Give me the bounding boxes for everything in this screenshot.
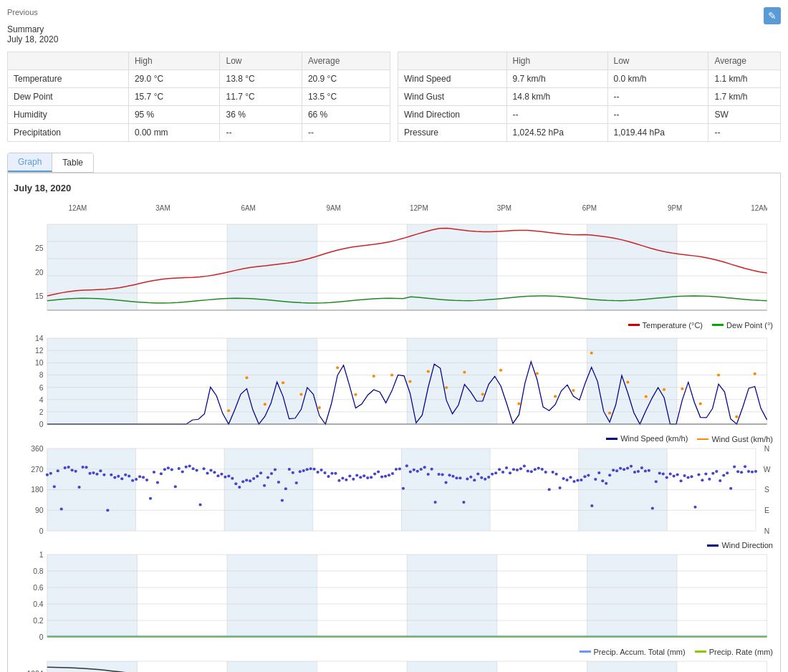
svg-text:0.8: 0.8 bbox=[33, 567, 44, 575]
svg-point-168 bbox=[174, 485, 177, 488]
svg-point-145 bbox=[92, 471, 95, 474]
graph-tab[interactable]: Graph bbox=[8, 153, 52, 172]
temp-legend-color bbox=[628, 324, 640, 326]
svg-point-280 bbox=[572, 479, 575, 482]
svg-rect-364 bbox=[137, 661, 227, 673]
svg-point-213 bbox=[334, 471, 337, 474]
svg-point-83 bbox=[481, 393, 484, 395]
svg-rect-10 bbox=[137, 224, 227, 310]
col-header-low-left: Low bbox=[220, 52, 302, 70]
svg-point-170 bbox=[181, 470, 184, 473]
svg-point-290 bbox=[608, 474, 611, 476]
svg-point-159 bbox=[142, 476, 145, 479]
svg-rect-9 bbox=[47, 224, 138, 310]
wind-dir-legend-color bbox=[707, 544, 719, 547]
svg-point-154 bbox=[124, 473, 127, 476]
svg-point-241 bbox=[434, 501, 437, 504]
svg-rect-336 bbox=[407, 555, 497, 637]
svg-point-197 bbox=[277, 480, 280, 483]
svg-point-161 bbox=[149, 496, 152, 499]
svg-point-218 bbox=[352, 477, 355, 480]
svg-point-88 bbox=[572, 389, 575, 392]
svg-text:12: 12 bbox=[35, 347, 44, 355]
svg-point-287 bbox=[597, 471, 600, 474]
svg-point-235 bbox=[413, 468, 415, 471]
svg-point-305 bbox=[662, 472, 665, 475]
svg-point-288 bbox=[601, 479, 604, 482]
svg-point-189 bbox=[249, 479, 251, 482]
svg-point-222 bbox=[366, 476, 369, 479]
svg-point-196 bbox=[274, 468, 277, 471]
svg-rect-335 bbox=[317, 555, 408, 637]
svg-point-78 bbox=[390, 373, 393, 376]
table-tab[interactable]: Table bbox=[52, 153, 93, 172]
svg-text:3PM: 3PM bbox=[497, 204, 511, 212]
svg-point-311 bbox=[683, 474, 686, 476]
svg-point-169 bbox=[178, 467, 181, 470]
header: ✎ Previous Summary July 18, 2020 bbox=[7, 7, 781, 44]
svg-point-79 bbox=[408, 380, 411, 383]
svg-rect-39 bbox=[317, 338, 408, 424]
svg-point-152 bbox=[117, 474, 120, 477]
precip-chart: 10.80.60.40.20 bbox=[14, 551, 774, 644]
svg-point-299 bbox=[640, 466, 643, 469]
svg-point-223 bbox=[370, 476, 373, 479]
svg-point-233 bbox=[405, 464, 408, 467]
wind-dir-chart: 360N270W180S90E0N bbox=[14, 445, 774, 538]
svg-point-148 bbox=[102, 473, 105, 476]
temp-chart-container: 252015 Temperature (°C) Dew Point (°) bbox=[14, 217, 774, 331]
svg-point-82 bbox=[463, 370, 466, 373]
svg-point-72 bbox=[282, 381, 284, 384]
svg-point-85 bbox=[517, 402, 520, 405]
wind-dir-legend: Wind Direction bbox=[14, 538, 774, 552]
svg-point-275 bbox=[555, 472, 558, 475]
svg-point-319 bbox=[711, 471, 714, 474]
svg-point-282 bbox=[580, 478, 582, 481]
svg-text:E: E bbox=[764, 507, 769, 514]
precip-total-legend-color bbox=[580, 651, 591, 653]
svg-point-297 bbox=[633, 470, 636, 473]
edit-button[interactable]: ✎ bbox=[764, 7, 781, 24]
svg-point-216 bbox=[345, 478, 347, 481]
svg-point-239 bbox=[427, 472, 430, 475]
svg-rect-334 bbox=[227, 555, 317, 637]
svg-point-314 bbox=[693, 505, 696, 508]
svg-text:9PM: 9PM bbox=[668, 204, 682, 212]
svg-rect-40 bbox=[407, 338, 497, 424]
svg-text:0.2: 0.2 bbox=[33, 617, 44, 625]
svg-rect-38 bbox=[227, 338, 317, 424]
svg-text:W: W bbox=[764, 465, 771, 473]
summary-table-right: High Low Average Wind Speed9.7 km/h0.0 k… bbox=[398, 52, 781, 142]
svg-rect-367 bbox=[407, 661, 497, 673]
svg-point-250 bbox=[466, 477, 469, 480]
svg-rect-332 bbox=[47, 555, 138, 637]
svg-point-277 bbox=[562, 477, 564, 480]
svg-point-315 bbox=[697, 473, 700, 476]
svg-point-136 bbox=[60, 507, 63, 510]
svg-point-198 bbox=[281, 499, 284, 501]
svg-point-246 bbox=[451, 474, 454, 477]
wind-speed-chart: 14121086420 bbox=[14, 331, 774, 431]
svg-point-331 bbox=[754, 469, 757, 472]
svg-point-244 bbox=[444, 481, 447, 484]
svg-point-308 bbox=[673, 474, 676, 477]
svg-rect-339 bbox=[677, 555, 767, 637]
svg-point-289 bbox=[605, 481, 607, 484]
svg-rect-370 bbox=[677, 661, 767, 673]
svg-text:0: 0 bbox=[39, 527, 44, 535]
svg-point-259 bbox=[498, 468, 501, 471]
svg-point-256 bbox=[487, 475, 490, 478]
previous-link[interactable]: Previous bbox=[7, 7, 781, 17]
svg-point-291 bbox=[612, 469, 615, 471]
svg-point-191 bbox=[256, 474, 259, 477]
precip-total-legend-label: Precip. Accum. Total (mm) bbox=[594, 648, 686, 656]
svg-text:3AM: 3AM bbox=[155, 204, 170, 212]
svg-point-242 bbox=[438, 472, 441, 475]
svg-point-302 bbox=[651, 507, 654, 509]
svg-point-283 bbox=[583, 475, 586, 478]
svg-point-310 bbox=[680, 479, 683, 482]
svg-point-81 bbox=[445, 385, 448, 388]
svg-point-73 bbox=[299, 393, 302, 395]
svg-point-274 bbox=[552, 470, 554, 473]
svg-point-312 bbox=[686, 476, 689, 479]
